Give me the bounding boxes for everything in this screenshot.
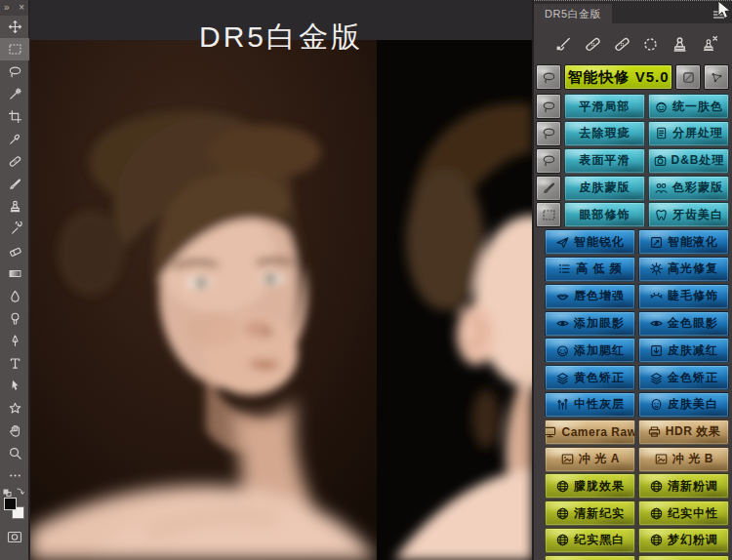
smart-liquify-button[interactable]: 智能液化: [638, 229, 729, 255]
hdr-effect-button[interactable]: HDR 效果: [638, 420, 729, 445]
smooth-local-button[interactable]: 平滑局部: [564, 94, 645, 119]
lasso-icon: [542, 126, 556, 140]
marquee-tool-button[interactable]: [536, 202, 561, 227]
hazy-effect-button[interactable]: 朦胧效果: [545, 473, 635, 499]
panel-tab[interactable]: DR5白金版: [534, 4, 612, 23]
healing-brush-icon[interactable]: [613, 35, 631, 54]
tool-type[interactable]: [0, 352, 29, 375]
sample-brush-icon[interactable]: [554, 35, 573, 54]
flash-b-button[interactable]: 冲 光 B: [638, 447, 729, 472]
shape-star-icon: [8, 401, 22, 416]
tool-path-select[interactable]: [0, 375, 29, 397]
tool-eraser[interactable]: [0, 240, 29, 262]
tool-more-options[interactable]: [0, 464, 29, 487]
tool-brush[interactable]: [0, 173, 29, 195]
eyelash-retouch-button[interactable]: 睫毛修饰: [638, 284, 729, 309]
flash-a-button[interactable]: 冲 光 A: [545, 447, 635, 472]
clone-stamp-icon[interactable]: [671, 35, 689, 54]
high-low-frequency-button[interactable]: 高 低 频: [545, 257, 635, 282]
panel-row: 中性灰层 皮肤美白: [545, 392, 729, 418]
collapse-toolbar-icon[interactable]: »: [4, 0, 10, 16]
smart-sharpen-button[interactable]: 智能锐化: [545, 229, 635, 255]
unify-skin-tone-button[interactable]: 统一肤色: [648, 94, 729, 119]
fresh-documentary-button[interactable]: 清新纪实: [545, 500, 635, 526]
pattern-stamp-icon[interactable]: [700, 35, 718, 54]
skin-red-reduce-button[interactable]: 皮肤减红: [638, 338, 729, 363]
tool-magic-wand[interactable]: [0, 83, 29, 105]
node-graph-button[interactable]: [704, 64, 729, 90]
photoshop-toolbar: » ×: [0, 0, 29, 560]
brush-icon: [8, 177, 22, 191]
split-screen-button[interactable]: 分屏处理: [648, 121, 729, 146]
color-swatches[interactable]: [0, 487, 29, 526]
skin-whiten-button[interactable]: 皮肤美白: [638, 392, 729, 418]
lasso-tool-button[interactable]: [536, 94, 561, 119]
panel-row: 皮肤蒙版 色彩蒙版: [536, 176, 729, 201]
panel-row: 去除瑕疵 分屏处理: [536, 121, 729, 146]
tool-lasso[interactable]: [0, 60, 29, 83]
tool-zoom[interactable]: [0, 442, 29, 464]
crop-icon: [8, 109, 22, 124]
db-process-button[interactable]: D&B处理: [648, 148, 729, 174]
smart-repair-button[interactable]: 智能快修 V5.0: [564, 64, 672, 90]
dreamy-pink-tone-button[interactable]: 梦幻粉调: [638, 528, 729, 553]
documentary-neutral-button[interactable]: 纪实中性: [638, 500, 729, 526]
tool-pen[interactable]: [0, 330, 29, 352]
quick-mask-button[interactable]: [0, 526, 29, 547]
tool-rectangular-marquee[interactable]: [0, 38, 29, 60]
tool-spot-healing[interactable]: [0, 150, 29, 173]
remove-blemish-button[interactable]: 去除瑕疵: [564, 121, 645, 146]
brush-icon: [542, 180, 556, 195]
partial-button[interactable]: [545, 555, 635, 560]
highlight-repair-button[interactable]: 高光修复: [638, 257, 729, 282]
skin-mask-button[interactable]: 皮肤蒙版: [564, 176, 645, 201]
panel-row: 冲 光 A 冲 光 B: [545, 447, 729, 472]
documentary-bw-button[interactable]: 纪实黑白: [545, 528, 635, 553]
lasso-tool-button[interactable]: [536, 148, 561, 174]
tool-move[interactable]: [0, 16, 29, 38]
neutral-gray-layer-button[interactable]: 中性灰层: [545, 392, 635, 418]
partial-button[interactable]: [638, 555, 729, 560]
fresh-pink-tone-button[interactable]: 清新粉调: [638, 473, 729, 499]
history-brush-icon: [8, 221, 22, 236]
document-canvas[interactable]: DR5白金版: [30, 0, 532, 560]
color-mask-button[interactable]: 色彩蒙版: [648, 176, 729, 201]
tool-history-brush[interactable]: [0, 218, 29, 240]
arrow-cursor-icon: [8, 379, 22, 393]
tool-dodge[interactable]: [0, 307, 29, 330]
preview-square-button[interactable]: [675, 64, 701, 90]
add-blush-button[interactable]: 添加腮红: [545, 338, 635, 363]
surface-smooth-button[interactable]: 表面平滑: [564, 148, 645, 174]
tool-gradient[interactable]: [0, 262, 29, 285]
tool-hand[interactable]: [0, 420, 29, 442]
dashed-ring-icon[interactable]: [641, 35, 660, 54]
default-swap-swatches-icon[interactable]: [3, 487, 26, 497]
eye-retouch-button[interactable]: 眼部修饰: [564, 202, 645, 227]
tool-crop[interactable]: [0, 105, 29, 128]
tool-blur[interactable]: [0, 285, 29, 307]
panel-row: 表面平滑 D&B处理: [536, 148, 729, 174]
camera-raw-button[interactable]: Camera Raw: [545, 420, 635, 445]
add-eyeshadow-button[interactable]: 添加眼影: [545, 311, 635, 337]
lasso-tool-button[interactable]: [536, 64, 561, 90]
liquify-icon: [649, 235, 664, 250]
tool-clone-stamp[interactable]: [0, 195, 29, 218]
patch-tool-icon[interactable]: [584, 35, 602, 54]
yellow-correct-button[interactable]: 黄色矫正: [545, 365, 635, 390]
lip-color-enhance-button[interactable]: 唇色增强: [545, 284, 635, 309]
panel-row: 平滑局部 统一肤色: [536, 94, 729, 119]
close-icon[interactable]: ×: [19, 0, 24, 16]
tool-custom-shape[interactable]: [0, 397, 29, 420]
globe-icon: [649, 533, 664, 547]
lasso-icon: [542, 100, 556, 114]
foreground-color-swatch[interactable]: [4, 498, 17, 510]
tool-eyedropper[interactable]: [0, 128, 29, 150]
gold-correct-button[interactable]: 金色矫正: [638, 365, 729, 390]
paper-plane-icon: [555, 235, 570, 250]
teeth-whiten-button[interactable]: 牙齿美白: [648, 202, 729, 227]
gold-eyeshadow-button[interactable]: 金色眼影: [638, 311, 729, 337]
magic-wand-icon: [8, 87, 22, 101]
portrait-photo-before: [30, 40, 377, 560]
brush-tool-button[interactable]: [536, 176, 561, 201]
lasso-tool-button[interactable]: [536, 121, 561, 146]
